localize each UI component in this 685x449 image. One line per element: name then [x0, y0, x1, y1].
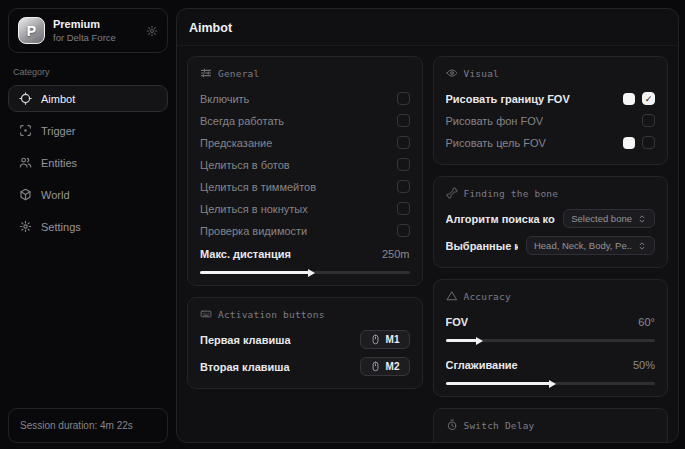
setting-label: Алгоритм поиска костей — [446, 213, 556, 225]
slider-label-row: FOV 60° — [446, 311, 656, 332]
page-title: Aimbot — [177, 9, 678, 46]
row-controls — [642, 114, 655, 127]
setting-label: Целиться в нокнутых — [200, 203, 308, 215]
checkbox[interactable] — [397, 92, 410, 105]
gear-icon[interactable] — [146, 25, 158, 37]
keybind-button-m1[interactable]: M1 — [360, 330, 410, 349]
trigger-scan-icon — [19, 124, 32, 137]
unfold-icon — [637, 241, 647, 251]
sidebar-item-label: Trigger — [41, 125, 75, 137]
setting-row-target-teammates: Целиться в тиммейтов — [200, 176, 410, 197]
setting-label: Первая клавиша — [200, 334, 291, 346]
card-title-text: Visual — [464, 68, 500, 79]
unfold-icon — [637, 214, 647, 224]
sidebar-nav: Aimbot Trigger Entities World Settings — [8, 85, 168, 240]
card-visual: Visual Рисовать границу FOV Рисовать фон… — [433, 56, 669, 165]
brand-logo: P — [18, 17, 45, 44]
fov-slider[interactable] — [446, 339, 656, 342]
mouse-icon — [370, 361, 381, 372]
keyboard-icon — [200, 308, 212, 320]
setting-label: Предсказание — [200, 137, 272, 149]
main-panel: Aimbot General Включить Всегд — [176, 8, 679, 443]
card-activation-buttons: Activation buttons Первая клавиша M1 В — [187, 297, 423, 389]
card-title-text: Activation buttons — [218, 309, 325, 320]
slider-fill — [446, 339, 477, 342]
checkbox[interactable] — [397, 136, 410, 149]
row-controls — [623, 136, 655, 149]
checkbox[interactable] — [397, 180, 410, 193]
checkbox[interactable] — [397, 114, 410, 127]
sidebar-item-entities[interactable]: Entities — [8, 149, 168, 176]
sidebar-item-settings[interactable]: Settings — [8, 213, 168, 240]
fov-slider-group: FOV 60° — [446, 311, 656, 342]
setting-row-target-knocked: Целиться в нокнутых — [200, 198, 410, 219]
keybind-button-m2[interactable]: M2 — [360, 357, 410, 376]
setting-label: Рисовать границу FOV — [446, 93, 570, 105]
triangle-icon — [446, 290, 458, 302]
selected-bones-select[interactable]: Head, Neck, Body, Pe.. — [526, 236, 655, 255]
setting-label: Выбранные кости — [446, 240, 518, 252]
bone-algorithm-select[interactable]: Selected bone — [563, 209, 655, 228]
select-row-bone-algorithm: Алгоритм поиска костей Selected bone — [446, 208, 656, 229]
users-icon — [19, 156, 32, 169]
keybind-row-primary: Первая клавиша M1 — [200, 329, 410, 350]
sidebar-item-aimbot[interactable]: Aimbot — [8, 85, 168, 112]
setting-label: Рисовать цель FOV — [446, 137, 546, 149]
card-title-text: Switch Delay — [464, 420, 535, 431]
card-title-text: Finding the bone — [464, 188, 559, 199]
setting-label: Включить — [200, 93, 249, 105]
sidebar-item-world[interactable]: World — [8, 181, 168, 208]
checkbox[interactable] — [642, 136, 655, 149]
max-distance-slider[interactable] — [200, 271, 410, 274]
brand-name: Premium — [53, 18, 138, 30]
right-column: Visual Рисовать границу FOV Рисовать фон… — [433, 56, 669, 442]
setting-label: Вторая клавиша — [200, 361, 290, 373]
card-title: Visual — [446, 67, 656, 79]
sidebar-item-label: Aimbot — [41, 93, 75, 105]
smoothing-slider-group: Сглаживание 50% — [446, 354, 656, 385]
checkbox[interactable] — [397, 202, 410, 215]
checkbox[interactable] — [642, 92, 655, 105]
slider-label-row: Сглаживание 50% — [446, 354, 656, 375]
sidebar-item-trigger[interactable]: Trigger — [8, 117, 168, 144]
card-switch-delay: Switch Delay Задержка переключения Задер… — [433, 408, 669, 442]
slider-fill — [200, 271, 309, 274]
setting-label: Целиться в ботов — [200, 159, 290, 171]
setting-label: Сглаживание — [446, 359, 518, 371]
setting-label: Всегда работать — [200, 115, 284, 127]
sidebar: P Premium for Delta Force Category Aimbo… — [0, 0, 176, 449]
slider-value: 50% — [633, 359, 655, 371]
keybind-value: M2 — [386, 361, 400, 372]
setting-row-prediction: Предсказание — [200, 132, 410, 153]
card-title: Switch Delay — [446, 419, 656, 431]
eye-icon — [446, 67, 458, 79]
setting-row-visibility-check: Проверка видимости — [200, 220, 410, 241]
crosshair-icon — [19, 92, 32, 105]
slider-value: 250m — [382, 248, 410, 260]
setting-row-switch-delay-toggle: Задержка переключения — [446, 440, 656, 442]
color-swatch[interactable] — [623, 137, 635, 149]
setting-row-target-bots: Целиться в ботов — [200, 154, 410, 175]
setting-label: Проверка видимости — [200, 225, 307, 237]
settings-content: General Включить Всегда работать Предска… — [177, 46, 678, 442]
sidebar-item-label: World — [41, 189, 70, 201]
smoothing-slider[interactable] — [446, 382, 656, 385]
session-duration-text: Session duration: 4m 22s — [20, 420, 133, 431]
setting-label: Рисовать фон FOV — [446, 115, 544, 127]
checkbox[interactable] — [397, 158, 410, 171]
sidebar-item-label: Settings — [41, 221, 81, 233]
checkbox[interactable] — [642, 114, 655, 127]
sidebar-item-label: Entities — [41, 157, 77, 169]
select-row-selected-bones: Выбранные кости Head, Neck, Body, Pe.. — [446, 235, 656, 256]
brand-logo-letter: P — [27, 23, 36, 39]
setting-label: FOV — [446, 316, 469, 328]
mouse-icon — [370, 334, 381, 345]
max-distance-group: Макс. дистанция 250m — [200, 243, 410, 274]
keybind-value: M1 — [386, 334, 400, 345]
left-column: General Включить Всегда работать Предска… — [187, 56, 423, 442]
checkbox[interactable] — [397, 224, 410, 237]
setting-row-draw-fov-background: Рисовать фон FOV — [446, 110, 656, 131]
color-swatch[interactable] — [623, 93, 635, 105]
bone-icon — [446, 187, 458, 199]
session-duration: Session duration: 4m 22s — [8, 408, 168, 443]
